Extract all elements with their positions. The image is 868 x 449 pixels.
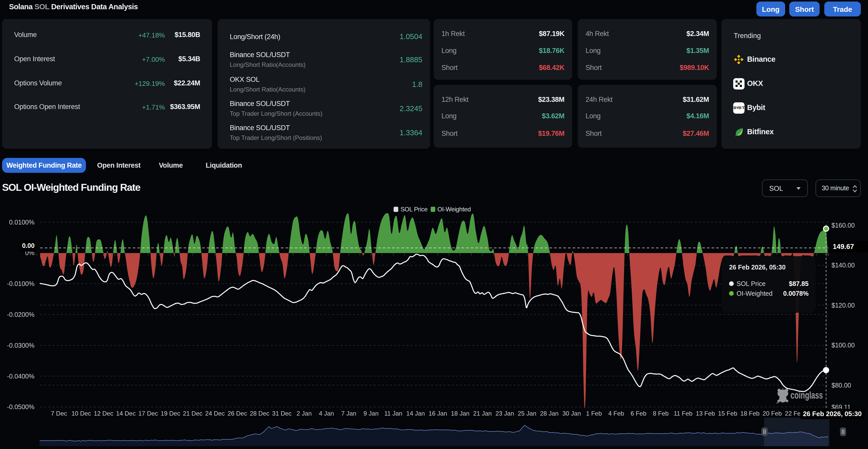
svg-text:15 Feb: 15 Feb	[718, 410, 737, 417]
svg-text:16 Jan: 16 Jan	[429, 410, 447, 417]
svg-text:25 Jan: 25 Jan	[518, 410, 536, 417]
svg-text:18 Feb: 18 Feb	[740, 410, 760, 417]
svg-text:6 Feb: 6 Feb	[630, 410, 646, 417]
svg-text:20 Feb: 20 Feb	[763, 410, 782, 417]
svg-text:26 Dec: 26 Dec	[227, 410, 247, 417]
svg-text:31 Dec: 31 Dec	[272, 410, 292, 417]
svg-text:1 Feb: 1 Feb	[586, 410, 602, 417]
svg-text:-0.0500%: -0.0500%	[7, 403, 34, 410]
svg-text:4 Jan: 4 Jan	[319, 410, 334, 417]
svg-text:23 Jan: 23 Jan	[495, 410, 514, 417]
svg-text:$80.00: $80.00	[832, 382, 851, 389]
svg-text:$160.00: $160.00	[832, 222, 855, 229]
svg-text:30 Jan: 30 Jan	[562, 410, 581, 417]
svg-text:9 Jan: 9 Jan	[364, 410, 379, 417]
svg-text:2 Jan: 2 Jan	[297, 410, 312, 417]
svg-text:21 Jan: 21 Jan	[473, 410, 492, 417]
svg-text:28 Dec: 28 Dec	[250, 410, 269, 417]
svg-text:-0.0200%: -0.0200%	[7, 311, 34, 318]
svg-text:$140.00: $140.00	[832, 261, 855, 269]
svg-text:$120.00: $120.00	[832, 302, 855, 309]
svg-text:-0.0300%: -0.0300%	[7, 342, 34, 349]
svg-text:14 Jan: 14 Jan	[406, 410, 425, 417]
svg-text:-0.0100%: -0.0100%	[7, 280, 34, 287]
svg-text:$100.00: $100.00	[832, 342, 855, 349]
svg-text:17 Dec: 17 Dec	[138, 410, 158, 417]
svg-text:13 Feb: 13 Feb	[695, 410, 715, 417]
svg-text:coinglass: coinglass	[790, 390, 823, 400]
svg-text:24 Dec: 24 Dec	[205, 410, 225, 417]
svg-text:7 Dec: 7 Dec	[51, 410, 67, 417]
svg-text:8 Feb: 8 Feb	[653, 410, 669, 417]
svg-text:14 Dec: 14 Dec	[116, 410, 135, 417]
svg-text:21 Dec: 21 Dec	[183, 410, 203, 417]
svg-text:7 Jan: 7 Jan	[341, 410, 356, 417]
svg-text:19 Dec: 19 Dec	[160, 410, 180, 417]
svg-text:12 Dec: 12 Dec	[94, 410, 113, 417]
svg-text:-0.0400%: -0.0400%	[7, 373, 34, 380]
svg-text:28 Jan: 28 Jan	[540, 410, 559, 417]
svg-text:11 Feb: 11 Feb	[674, 410, 692, 417]
svg-text:0.0100%: 0.0100%	[9, 219, 34, 226]
svg-text:4 Feb: 4 Feb	[609, 410, 624, 417]
svg-text:11 Jan: 11 Jan	[384, 410, 402, 417]
svg-text:18 Jan: 18 Jan	[451, 410, 469, 417]
svg-text:10 Dec: 10 Dec	[71, 410, 91, 417]
